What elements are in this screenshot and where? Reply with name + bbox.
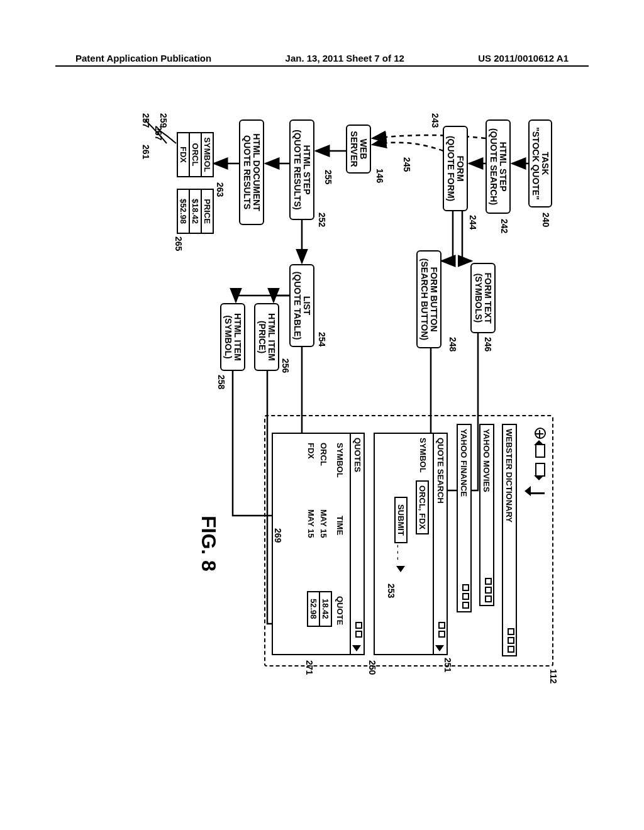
- expand-right-icon[interactable]: [435, 645, 444, 651]
- ref-248: 248: [448, 337, 458, 351]
- webster-winbtns: [508, 628, 514, 653]
- page-header: Patent Application Publication Jan. 13, …: [0, 53, 644, 64]
- max-icon[interactable]: [462, 593, 469, 600]
- min-icon[interactable]: [438, 622, 445, 629]
- symbol-table: SYMBOL ORCL FDX: [177, 132, 214, 177]
- max-icon[interactable]: [508, 637, 514, 644]
- webster-label: WEBSTER DICTIONARY: [504, 429, 514, 523]
- quotes-h1: SYMBOL: [335, 443, 345, 478]
- forward-arrow-icon[interactable]: [535, 463, 545, 477]
- ref-146: 146: [375, 169, 385, 183]
- min-icon[interactable]: [355, 622, 362, 629]
- diagram-canvas: TASK "STOCK QUOTE" 240 HTML STEP (QUOTE …: [88, 113, 553, 692]
- ref-252: 252: [317, 213, 327, 227]
- page: Patent Application Publication Jan. 13, …: [0, 0, 644, 830]
- ref-243: 243: [430, 113, 440, 128]
- quote-search-title: QUOTE SEARCH: [436, 438, 445, 504]
- yfinance-label: YAHOO FINANCE: [459, 429, 469, 497]
- quotes-window: QUOTES SYMBOL TIME QUOTE ORCL MAY 15 FDX…: [272, 433, 365, 655]
- html-step-results-box: HTML STEP (QUOTE RESULTS): [289, 119, 314, 220]
- form-quote-box: FORM (QUOTE FORM): [443, 126, 468, 211]
- max-icon[interactable]: [355, 631, 362, 638]
- html-step-search-box: HTML STEP (QUOTE SEARCH): [486, 119, 511, 214]
- ref-261: 261: [141, 145, 151, 159]
- ref-112: 112: [548, 669, 558, 683]
- form-text-label: FORM TEXT (SYMBOLS): [474, 273, 493, 324]
- ref-256: 256: [280, 358, 291, 373]
- quotes-r1c3: 18.42: [319, 592, 331, 626]
- ref-254: 254: [317, 332, 327, 346]
- quote-search-titlebar: QUOTE SEARCH: [433, 434, 447, 654]
- doc-results-label: HTML DOCUMENT QUOTE RESULTS: [242, 133, 262, 211]
- list-qt-label: LIST (QUOTE TABLE): [292, 272, 312, 340]
- symbol-r1: ORCL: [189, 133, 201, 176]
- form-button-label: FORM BUTTON (SEARCH BUTTON): [419, 258, 439, 340]
- ref-259: 259: [158, 113, 169, 128]
- quotes-r2c1: FDX: [306, 443, 316, 459]
- close-icon[interactable]: [485, 595, 492, 602]
- header-rule: [55, 65, 589, 67]
- symbol-header: SYMBOL: [201, 133, 213, 176]
- ref-245: 245: [402, 157, 412, 172]
- html-document-box: HTML DOCUMENT QUOTE RESULTS: [239, 119, 264, 225]
- quotes-h2: TIME: [335, 516, 345, 535]
- ref-258: 258: [216, 375, 226, 389]
- quotes-r1c1: ORCL: [319, 443, 328, 466]
- header-left: Patent Application Publication: [75, 53, 211, 64]
- max-icon[interactable]: [485, 587, 492, 594]
- web-server-box: WEB SERVER: [346, 124, 371, 174]
- qs-symbol-value: ORCL, FDX: [418, 485, 427, 529]
- web-server-label: WEB SERVER: [349, 131, 369, 167]
- close-icon[interactable]: [462, 602, 469, 609]
- ref-244: 244: [468, 215, 478, 230]
- quotes-titlebar: QUOTES: [350, 434, 364, 654]
- quotes-r2c3: 52.98: [308, 592, 319, 626]
- expand-right-icon[interactable]: [352, 645, 361, 651]
- html-item-price-box: HTML ITEM (PRICE): [254, 303, 279, 371]
- qs-symbol-label: SYMBOL: [418, 438, 428, 473]
- form-text-box: FORM TEXT (SYMBOLS): [470, 263, 496, 333]
- symbol-r2: FDX: [178, 133, 189, 176]
- item-symbol-label: HTML ITEM (SYMBOL): [223, 313, 243, 361]
- panel-down-arrow-icon: [525, 490, 545, 496]
- price-r1: $18.42: [189, 190, 201, 233]
- qs-dash: - - -: [392, 545, 404, 560]
- min-icon[interactable]: [485, 578, 492, 585]
- yfinance-winbtns: [462, 584, 469, 609]
- header-center: Jan. 13, 2011 Sheet 7 of 12: [286, 53, 404, 64]
- task-box: TASK "STOCK QUOTE": [528, 119, 552, 208]
- ref-250: 250: [367, 660, 377, 675]
- ymovies-winbtns: [485, 578, 492, 602]
- ref-242: 242: [499, 219, 509, 233]
- close-icon[interactable]: [508, 646, 514, 653]
- plus-circle-icon[interactable]: [535, 428, 546, 439]
- quote-search-window: QUOTE SEARCH SYMBOL ORCL, FDX SUBMIT - -…: [374, 433, 448, 655]
- qs-symbol-input[interactable]: ORCL, FDX: [416, 480, 429, 534]
- min-icon[interactable]: [462, 584, 469, 591]
- ref-253: 253: [386, 584, 396, 598]
- qs-submit-button[interactable]: SUBMIT: [394, 497, 408, 543]
- ref-257: 257: [141, 113, 151, 128]
- ref-255: 255: [323, 170, 333, 184]
- quote-values-box: 18.42 52.98: [307, 591, 332, 627]
- max-icon[interactable]: [438, 631, 445, 638]
- ref-271: 271: [304, 660, 314, 675]
- ref-265: 265: [174, 236, 184, 251]
- ref-269: 269: [273, 528, 283, 543]
- ref-240: 240: [541, 213, 551, 227]
- form-button-box: FORM BUTTON (SEARCH BUTTON): [416, 250, 441, 348]
- ymovies-row[interactable]: YAHOO MOVIES: [479, 424, 494, 606]
- webster-row[interactable]: WEBSTER DICTIONARY: [502, 424, 517, 656]
- quotes-r1c2: MAY 15: [319, 509, 328, 538]
- qs-winbtns: [438, 622, 445, 638]
- back-arrow-icon[interactable]: [535, 444, 545, 458]
- diagram-rotated-container: TASK "STOCK QUOTE" 240 HTML STEP (QUOTE …: [31, 170, 610, 635]
- yfinance-row[interactable]: YAHOO FINANCE: [457, 424, 472, 612]
- quotes-winbtns: [355, 622, 362, 638]
- form-qf-label: FORM (QUOTE FORM): [446, 136, 465, 201]
- quotes-h3: QUOTE: [335, 596, 345, 625]
- qs-submit-label: SUBMIT: [396, 504, 406, 536]
- task-label: TASK "STOCK QUOTE": [531, 127, 550, 200]
- ymovies-label: YAHOO MOVIES: [482, 429, 491, 492]
- min-icon[interactable]: [508, 628, 514, 635]
